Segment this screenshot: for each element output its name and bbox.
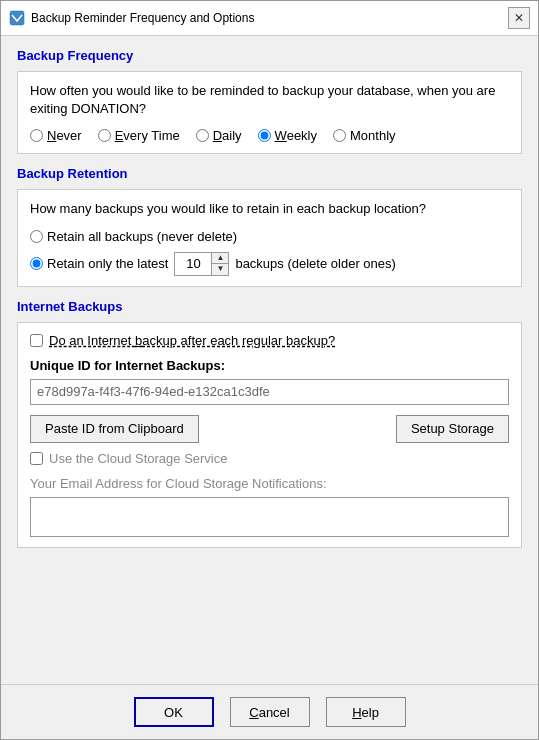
backup-frequency-radio-group: Never Every Time Daily Weekly bbox=[30, 128, 509, 143]
cancel-button[interactable]: Cancel bbox=[230, 697, 310, 727]
radio-retain-latest[interactable]: Retain only the latest bbox=[30, 256, 168, 271]
radio-every-time[interactable]: Every Time bbox=[98, 128, 180, 143]
retain-count-spinner: ▲ ▼ bbox=[174, 252, 229, 276]
retain-latest-prefix: Retain only the latest bbox=[47, 256, 168, 271]
radio-monthly[interactable]: Monthly bbox=[333, 128, 396, 143]
spinner-buttons: ▲ ▼ bbox=[211, 253, 228, 275]
retain-latest-suffix: backups (delete older ones) bbox=[235, 256, 395, 271]
paste-id-button[interactable]: Paste ID from Clipboard bbox=[30, 415, 199, 443]
monthly-label: Monthly bbox=[350, 128, 396, 143]
cloud-service-checkbox[interactable] bbox=[30, 452, 43, 465]
title-bar: Backup Reminder Frequency and Options ✕ bbox=[1, 1, 538, 36]
cloud-service-row: Use the Cloud Storage Service bbox=[30, 451, 509, 466]
internet-backup-label: Do an Internet backup after each regular… bbox=[49, 333, 335, 348]
backup-frequency-title: Backup Frequency bbox=[17, 48, 522, 63]
backup-frequency-desc: How often you would like to be reminded … bbox=[30, 82, 509, 118]
email-input[interactable] bbox=[30, 497, 509, 537]
dialog-footer: OK Cancel Help bbox=[1, 684, 538, 739]
retain-all-label: Retain all backups (never delete) bbox=[47, 229, 237, 244]
unique-id-input[interactable] bbox=[30, 379, 509, 405]
main-window: Backup Reminder Frequency and Options ✕ … bbox=[0, 0, 539, 740]
retain-count-input[interactable] bbox=[175, 253, 211, 275]
radio-daily[interactable]: Daily bbox=[196, 128, 242, 143]
cancel-label: Cancel bbox=[249, 705, 289, 720]
retain-all-row: Retain all backups (never delete) bbox=[30, 229, 509, 244]
main-content: Backup Frequency How often you would lik… bbox=[1, 36, 538, 684]
retain-latest-row: Retain only the latest ▲ ▼ backups (dele… bbox=[30, 252, 509, 276]
spinner-down-button[interactable]: ▼ bbox=[212, 264, 228, 275]
radio-retain-all[interactable]: Retain all backups (never delete) bbox=[30, 229, 509, 244]
cloud-service-label: Use the Cloud Storage Service bbox=[49, 451, 227, 466]
internet-backup-checkbox[interactable] bbox=[30, 334, 43, 347]
radio-weekly[interactable]: Weekly bbox=[258, 128, 317, 143]
internet-backup-button-row: Paste ID from Clipboard Setup Storage bbox=[30, 415, 509, 443]
unique-id-label: Unique ID for Internet Backups: bbox=[30, 358, 509, 373]
help-button[interactable]: Help bbox=[326, 697, 406, 727]
spinner-up-button[interactable]: ▲ bbox=[212, 253, 228, 264]
help-label: Help bbox=[352, 705, 379, 720]
backup-retention-section: Backup Retention How many backups you wo… bbox=[17, 166, 522, 286]
backup-retention-box: How many backups you would like to retai… bbox=[17, 189, 522, 286]
radio-never[interactable]: Never bbox=[30, 128, 82, 143]
setup-storage-button[interactable]: Setup Storage bbox=[396, 415, 509, 443]
backup-retention-desc: How many backups you would like to retai… bbox=[30, 200, 509, 218]
ok-button[interactable]: OK bbox=[134, 697, 214, 727]
backup-frequency-section: Backup Frequency How often you would lik… bbox=[17, 48, 522, 154]
internet-backup-checkbox-label[interactable]: Do an Internet backup after each regular… bbox=[30, 333, 509, 348]
backup-frequency-box: How often you would like to be reminded … bbox=[17, 71, 522, 154]
close-button[interactable]: ✕ bbox=[508, 7, 530, 29]
internet-backups-section: Internet Backups Do an Internet backup a… bbox=[17, 299, 522, 548]
app-icon bbox=[9, 10, 25, 26]
internet-backups-title: Internet Backups bbox=[17, 299, 522, 314]
window-title: Backup Reminder Frequency and Options bbox=[31, 11, 502, 25]
email-label: Your Email Address for Cloud Storage Not… bbox=[30, 476, 509, 491]
svg-rect-0 bbox=[10, 11, 24, 25]
backup-retention-title: Backup Retention bbox=[17, 166, 522, 181]
internet-backups-box: Do an Internet backup after each regular… bbox=[17, 322, 522, 548]
